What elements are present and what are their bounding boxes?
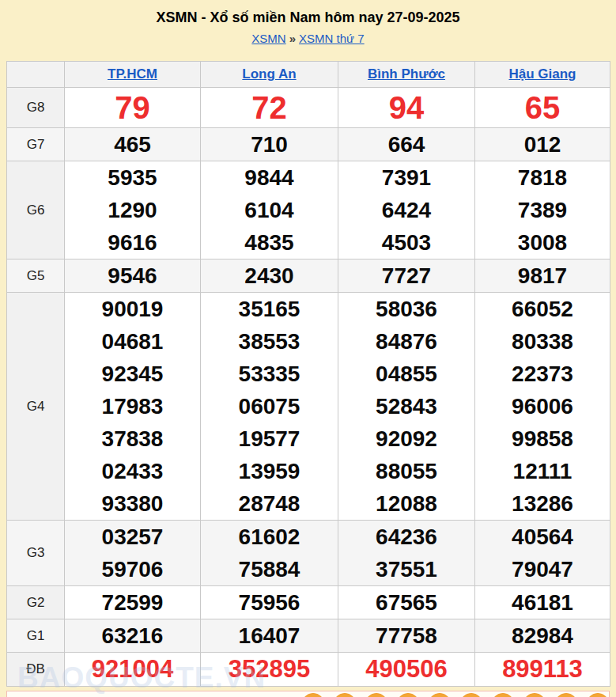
result-number: 6424	[338, 194, 474, 226]
prize-label-g5: G5	[7, 259, 65, 293]
result-number: 93380	[65, 487, 200, 520]
lotto-ball-icon	[491, 693, 515, 697]
result-number: 80338	[475, 325, 610, 358]
result-number: 899113	[475, 653, 610, 686]
result-cell: 63216	[65, 619, 201, 653]
result-number: 96006	[475, 390, 610, 422]
result-number: 75884	[201, 553, 338, 585]
result-cell: 65	[475, 88, 610, 128]
result-cell: 7727	[338, 259, 475, 293]
result-number: 28748	[201, 487, 338, 520]
result-number: 03257	[65, 521, 200, 553]
province-link-2[interactable]: Bình Phước	[368, 66, 445, 81]
result-cell: 72	[201, 88, 338, 128]
next-section-strip	[6, 691, 610, 697]
result-number: 22373	[475, 358, 610, 390]
province-link-0[interactable]: TP.HCM	[108, 66, 157, 81]
result-cell: 77758	[338, 619, 475, 653]
result-number: 92345	[65, 358, 200, 390]
page: { "header": { "title": "XSMN - Xổ số miề…	[0, 0, 616, 697]
breadcrumb-link-xsmn-thu7[interactable]: XSMN thứ 7	[299, 32, 365, 45]
result-number: 490506	[338, 653, 474, 686]
result-cell: 0325759706	[65, 521, 201, 586]
breadcrumb-link-xsmn[interactable]: XSMN	[251, 32, 285, 45]
result-number: 92092	[338, 422, 474, 455]
result-cell: 58036848760485552843920928805512088	[338, 293, 475, 521]
prize-row-g6: G659351290961698446104483573916424450378…	[7, 161, 610, 259]
results-body: G879729465G7465710664012G659351290961698…	[7, 88, 610, 687]
result-number: 4835	[201, 226, 338, 259]
result-cell: 9817	[475, 259, 610, 293]
corner-cell	[7, 62, 65, 88]
prize-label-g6: G6	[7, 161, 65, 259]
province-header: TP.HCM	[65, 62, 201, 88]
breadcrumb-separator: »	[289, 32, 296, 45]
result-number: 9616	[65, 226, 200, 259]
result-number: 1290	[65, 194, 200, 226]
result-number: 13959	[201, 455, 338, 487]
prize-row-đb: ĐB921004352895490506899113	[7, 653, 610, 687]
prize-row-g7: G7465710664012	[7, 128, 610, 161]
result-number: 84876	[338, 325, 474, 358]
result-number: 52843	[338, 390, 474, 422]
prize-label-g8: G8	[7, 88, 65, 128]
result-number: 79	[65, 88, 200, 127]
province-link-1[interactable]: Long An	[242, 66, 296, 81]
prize-row-g4: G490019046819234517983378380243393380351…	[7, 293, 610, 521]
result-number: 9546	[65, 259, 200, 292]
result-cell: 79	[65, 88, 201, 128]
result-cell: 490506	[338, 653, 475, 687]
prize-row-g3: G303257597066160275884642363755140564790…	[7, 521, 610, 586]
result-cell: 352895	[201, 653, 338, 687]
breadcrumb: XSMN»XSMN thứ 7	[0, 32, 616, 45]
province-header: Bình Phước	[338, 62, 475, 88]
result-number: 664	[338, 128, 474, 161]
result-number: 3008	[475, 226, 610, 259]
result-cell: 67565	[338, 586, 475, 619]
prize-row-g5: G59546243077279817	[7, 259, 610, 293]
result-cell: 664	[338, 128, 475, 161]
result-number: 06075	[201, 390, 338, 422]
result-number: 5935	[65, 161, 200, 194]
result-number: 99858	[475, 422, 610, 455]
province-link-3[interactable]: Hậu Giang	[508, 66, 576, 81]
result-number: 9817	[475, 259, 610, 292]
result-number: 72	[201, 88, 338, 127]
result-number: 37838	[65, 422, 200, 455]
result-cell: 739164244503	[338, 161, 475, 259]
result-number: 465	[65, 128, 200, 161]
province-header: Long An	[201, 62, 338, 88]
result-number: 82984	[475, 619, 610, 652]
result-number: 6104	[201, 194, 338, 226]
result-number: 04855	[338, 358, 474, 390]
result-number: 7727	[338, 259, 474, 292]
result-number: 352895	[201, 653, 338, 686]
result-cell: 66052803382237396006998581211113286	[475, 293, 610, 521]
result-number: 012	[475, 128, 610, 161]
prize-label-g2: G2	[7, 586, 65, 619]
lotto-ball-icon	[523, 693, 546, 697]
result-number: 61602	[201, 521, 338, 553]
results-table: TP.HCMLong AnBình PhướcHậu Giang G879729…	[6, 61, 610, 687]
result-number: 72599	[65, 586, 200, 619]
result-number: 40564	[475, 521, 610, 553]
prize-row-g8: G879729465	[7, 88, 610, 128]
result-number: 2430	[201, 259, 338, 292]
result-cell: 90019046819234517983378380243393380	[65, 293, 201, 521]
result-cell: 465	[65, 128, 201, 161]
result-number: 67565	[338, 586, 474, 619]
result-number: 66052	[475, 293, 610, 325]
result-number: 710	[201, 128, 338, 161]
province-header-row: TP.HCMLong AnBình PhướcHậu Giang	[7, 62, 610, 88]
result-cell: 4056479047	[475, 521, 610, 586]
result-number: 77758	[338, 619, 474, 652]
result-number: 7391	[338, 161, 474, 194]
prize-label-g3: G3	[7, 521, 65, 586]
result-number: 63216	[65, 619, 200, 652]
result-number: 64236	[338, 521, 474, 553]
result-number: 46181	[475, 586, 610, 619]
result-number: 7389	[475, 194, 610, 226]
result-number: 35165	[201, 293, 338, 325]
result-cell: 35165385535333506075195771395928748	[201, 293, 338, 521]
lotto-ball-icon	[365, 693, 388, 697]
